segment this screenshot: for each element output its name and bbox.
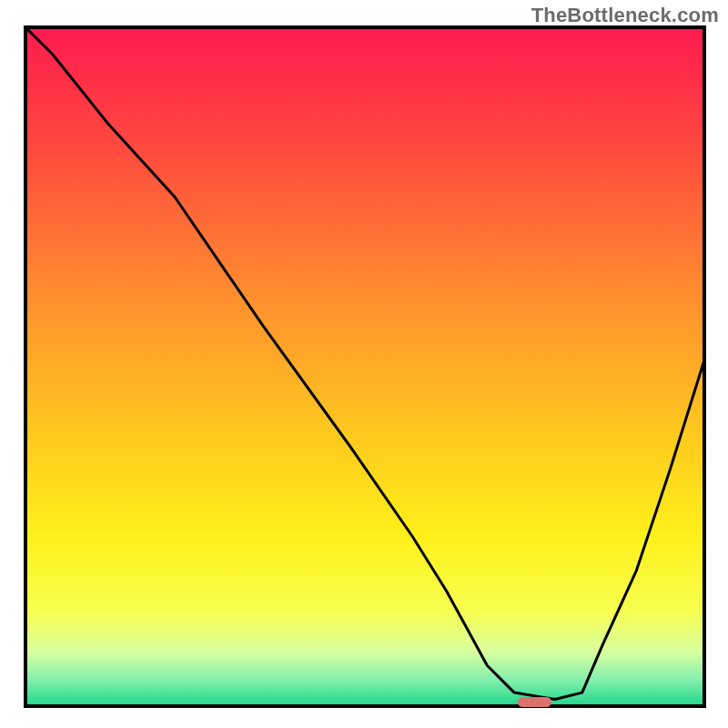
chart-container: TheBottleneck.com (0, 0, 728, 728)
optimal-marker (518, 697, 551, 707)
bottleneck-chart (0, 0, 728, 728)
plot-background (25, 27, 704, 706)
watermark-label: TheBottleneck.com (531, 4, 719, 27)
